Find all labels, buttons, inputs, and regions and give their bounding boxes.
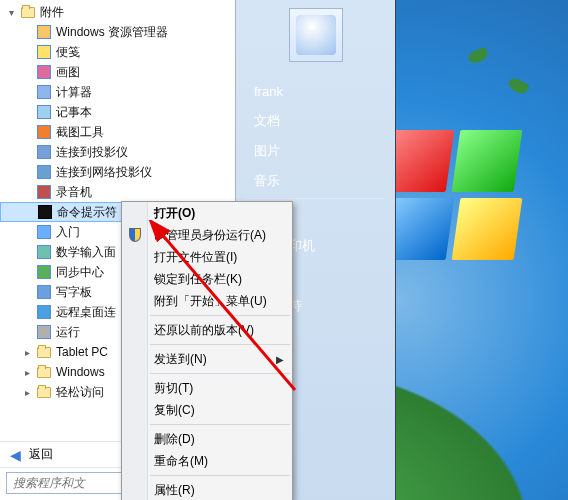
accessories-label: 附件 [40,4,64,21]
program-label: 画图 [56,64,80,81]
cm-separator [150,424,290,425]
submenu-arrow-icon: ▶ [276,354,292,365]
expand-icon[interactable]: ▸ [22,347,32,358]
sticky-icon [36,44,52,60]
cm-open-location[interactable]: 打开文件位置(I) [122,246,292,268]
program-label: 命令提示符 [57,204,117,221]
cm-separator [150,315,290,316]
folder-icon [36,384,52,400]
paint-icon [36,64,52,80]
cm-pin-taskbar[interactable]: 锁定到任务栏(K) [122,268,292,290]
program-label: 写字板 [56,284,92,301]
shield-icon [127,227,143,243]
program-label: 便笺 [56,44,80,61]
program-label: 入门 [56,224,80,241]
program-item[interactable]: 画图 [0,62,235,82]
windows-logo [388,130,538,290]
program-item[interactable]: 截图工具 [0,122,235,142]
program-label: 连接到投影仪 [56,144,128,161]
cm-run-as-admin[interactable]: 以管理员身份运行(A) [122,224,292,246]
program-label: 连接到网络投影仪 [56,164,152,181]
program-item[interactable]: 记事本 [0,102,235,122]
netprojector-icon [36,164,52,180]
right-item-music[interactable]: 音乐 [236,166,395,196]
cm-copy[interactable]: 复制(C) [122,399,292,421]
folder-icon [21,7,35,18]
cm-pin-start[interactable]: 附到「开始」菜单(U) [122,290,292,312]
accessories-folder[interactable]: ▾ 附件 [0,2,235,22]
cm-separator [150,373,290,374]
projector-icon [36,144,52,160]
program-label: 录音机 [56,184,92,201]
context-menu: 打开(O) 以管理员身份运行(A) 打开文件位置(I) 锁定到任务栏(K) 附到… [121,201,293,500]
math-icon [36,244,52,260]
folder-icon [36,364,52,380]
right-item-pictures[interactable]: 图片 [236,136,395,166]
program-item[interactable]: 连接到投影仪 [0,142,235,162]
cm-restore[interactable]: 还原以前的版本(V) [122,319,292,341]
program-item[interactable]: 便笺 [0,42,235,62]
cm-separator [150,475,290,476]
program-label: Tablet PC [56,345,108,359]
expand-icon[interactable]: ▸ [22,367,32,378]
program-label: 截图工具 [56,124,104,141]
right-item-documents[interactable]: 文档 [236,106,395,136]
sync-icon [36,264,52,280]
explorer-icon [36,24,52,40]
run-icon [36,324,52,340]
calc-icon [36,84,52,100]
program-label: 计算器 [56,84,92,101]
program-item[interactable]: 计算器 [0,82,235,102]
program-label: 记事本 [56,104,92,121]
recorder-icon [36,184,52,200]
folder-icon [36,344,52,360]
getstarted-icon [36,224,52,240]
program-label: 数学输入面 [56,244,116,261]
cm-properties[interactable]: 属性(R) [122,479,292,500]
snip-icon [36,124,52,140]
rdp-icon [36,304,52,320]
collapse-icon[interactable]: ▾ [6,7,16,18]
cm-cut[interactable]: 剪切(T) [122,377,292,399]
right-item-username[interactable]: frank [236,76,395,106]
cm-separator [150,344,290,345]
program-label: 同步中心 [56,264,104,281]
back-arrow-icon: ◀ [10,447,21,463]
right-separator [246,198,385,199]
user-avatar[interactable] [289,8,343,62]
program-label: 轻松访问 [56,384,104,401]
program-item[interactable]: 录音机 [0,182,235,202]
program-label: Windows 资源管理器 [56,24,168,41]
cm-send-to[interactable]: 发送到(N)▶ [122,348,292,370]
program-label: 远程桌面连 [56,304,116,321]
program-label: Windows [56,365,105,379]
program-label: 运行 [56,324,80,341]
wordpad-icon [36,284,52,300]
cmd-icon [37,204,53,220]
back-label: 返回 [29,446,53,463]
cm-delete[interactable]: 删除(D) [122,428,292,450]
expand-icon[interactable]: ▸ [22,387,32,398]
program-item[interactable]: 连接到网络投影仪 [0,162,235,182]
program-item[interactable]: Windows 资源管理器 [0,22,235,42]
notepad-icon [36,104,52,120]
cm-open[interactable]: 打开(O) [122,202,292,224]
cm-rename[interactable]: 重命名(M) [122,450,292,472]
